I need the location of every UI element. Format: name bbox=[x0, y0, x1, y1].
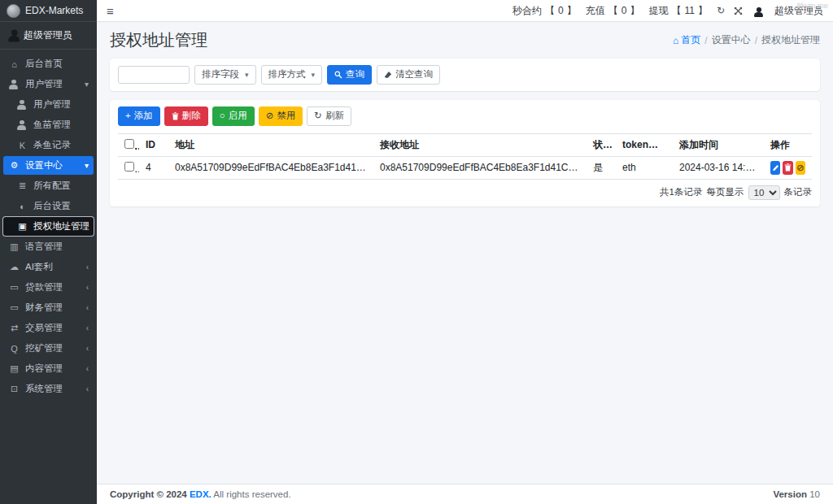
header-token-type: token类型 bbox=[616, 133, 673, 156]
stat-withdraw: 提现【11】 bbox=[648, 4, 707, 18]
search-card: 排序字段 ▾ 排序方式 ▾ 查询 清空查询 bbox=[110, 59, 820, 91]
total-records-text: 共1条记录 bbox=[660, 186, 702, 198]
add-button[interactable]: + 添加 bbox=[118, 106, 160, 126]
sidebar-item-authorized-address[interactable]: ▣ 授权地址管理 bbox=[3, 217, 94, 236]
query-button[interactable]: 查询 bbox=[327, 65, 372, 85]
header-id: ID bbox=[139, 133, 168, 156]
refresh-button[interactable]: ↻ 刷新 bbox=[307, 106, 351, 126]
pagination: 共1条记录 每页显示 10 条记录 bbox=[118, 185, 812, 200]
row-delete-button[interactable] bbox=[783, 161, 792, 175]
home-icon: ⌂ bbox=[673, 35, 678, 46]
list-icon: ≣ bbox=[16, 180, 28, 191]
sidebar-item-mining-management[interactable]: Q 挖矿管理 ‹ bbox=[3, 339, 94, 358]
sidebar-item-loan-management[interactable]: ▭ 贷款管理 ‹ bbox=[3, 278, 94, 297]
chevron-left-icon: ‹ bbox=[86, 344, 89, 353]
sidebar-user-panel[interactable]: 超级管理员 bbox=[0, 22, 97, 50]
breadcrumb-separator: / bbox=[755, 35, 757, 46]
user-avatar[interactable] bbox=[752, 4, 765, 17]
sort-order-dropdown[interactable]: 排序方式 ▾ bbox=[261, 65, 323, 85]
per-page-select[interactable]: 10 bbox=[748, 185, 780, 200]
breadcrumb-home-link[interactable]: ⌂ 首页 bbox=[673, 33, 700, 47]
brand[interactable]: EDX-Markets bbox=[0, 0, 97, 22]
chevron-left-icon: ‹ bbox=[86, 283, 89, 292]
bracket: 】 bbox=[567, 4, 577, 18]
sidebar-item-ai-arbitrage[interactable]: ☁ AI套利 ‹ bbox=[3, 258, 94, 276]
hamburger-icon[interactable]: ≡ bbox=[107, 5, 114, 17]
ban-icon: ⊘ bbox=[796, 163, 804, 173]
sidebar-item-finance-management[interactable]: ▭ 财务管理 ‹ bbox=[3, 298, 94, 317]
chevron-left-icon: ‹ bbox=[86, 364, 89, 373]
sidebar-item-user-management-sub[interactable]: 用户管理 bbox=[3, 95, 94, 114]
user-avatar-icon bbox=[7, 29, 20, 41]
stat-label: 提现 bbox=[648, 4, 668, 18]
cell-token-type: eth bbox=[616, 156, 673, 179]
money-icon: ▭ bbox=[8, 302, 20, 313]
clear-query-label: 清空查询 bbox=[395, 69, 433, 80]
mining-icon: Q bbox=[8, 344, 20, 354]
stat-label: 秒合约 bbox=[512, 4, 542, 18]
stat-value: 11 bbox=[684, 5, 694, 16]
footer-brand-link[interactable]: EDX. bbox=[190, 489, 212, 499]
row-checkbox[interactable] bbox=[124, 162, 134, 172]
sidebar-item-dashboard[interactable]: ⌂ 后台首页 bbox=[3, 54, 94, 73]
add-label: 添加 bbox=[134, 111, 153, 122]
bracket: 】 bbox=[698, 4, 708, 18]
sidebar-item-trade-management[interactable]: ⇄ 交易管理 ‹ bbox=[3, 319, 94, 337]
chevron-down-icon: ▾ bbox=[245, 71, 249, 80]
sidebar-item-content-management[interactable]: ▤ 内容管理 ‹ bbox=[3, 359, 94, 378]
refresh-icon: ↻ bbox=[314, 111, 322, 122]
query-label: 查询 bbox=[346, 69, 364, 80]
sidebar-item-label: 后台首页 bbox=[25, 58, 63, 70]
sidebar-item-label: 设置中心 bbox=[25, 159, 63, 172]
sidebar-item-language-management[interactable]: ▥ 语言管理 bbox=[3, 237, 94, 256]
sidebar-item-label: 内容管理 bbox=[25, 363, 63, 375]
bracket: 【 bbox=[671, 4, 681, 18]
data-table: ID 地址 接收地址 状态 token类型 添加时间 操作 4 0x8A5170… bbox=[118, 133, 812, 180]
stat-recharge: 充值【0】 bbox=[586, 4, 640, 18]
enable-button[interactable]: ○ 启用 bbox=[212, 106, 255, 126]
sidebar-item-label: 语言管理 bbox=[25, 241, 63, 253]
desktop-icon: ⊡ bbox=[8, 384, 20, 394]
main-area: 8kvm.me ≡ 秒合约【0】 充值【0】 提现【11】 ↻ 超级管理员 授权… bbox=[97, 0, 833, 504]
chevron-down-icon: ▾ bbox=[85, 80, 89, 89]
sidebar-item-user-management[interactable]: 用户管理 ▾ bbox=[3, 75, 94, 93]
header-added-time: 添加时间 bbox=[673, 133, 764, 156]
delete-button[interactable]: 删除 bbox=[164, 106, 208, 126]
page-title: 授权地址管理 bbox=[110, 29, 207, 51]
table-card: + 添加 删除 ○ 启用 ⊘ 禁用 ↻ 刷新 bbox=[110, 100, 820, 206]
sidebar-item-fry-management[interactable]: 鱼苗管理 bbox=[3, 115, 94, 134]
cell-status: 是 bbox=[587, 156, 616, 179]
row-edit-button[interactable] bbox=[770, 161, 780, 175]
kill-record-icon: K bbox=[16, 141, 28, 150]
sidebar-item-label: 系统管理 bbox=[25, 383, 63, 395]
navbar-username[interactable]: 超级管理员 bbox=[774, 4, 823, 18]
sidebar-item-label: 贷款管理 bbox=[25, 281, 63, 293]
sort-field-dropdown[interactable]: 排序字段 ▾ bbox=[194, 65, 256, 85]
clear-query-button[interactable]: 清空查询 bbox=[377, 65, 440, 85]
refresh-icon[interactable]: ↻ bbox=[717, 5, 725, 16]
sidebar-item-all-config[interactable]: ≣ 所有配置 bbox=[3, 176, 94, 195]
sort-field-label: 排序字段 bbox=[202, 69, 239, 80]
sidebar-item-settings-center[interactable]: ⚙ 设置中心 ▾ bbox=[3, 156, 94, 175]
sidebar-item-system-management[interactable]: ⊡ 系统管理 ‹ bbox=[3, 380, 94, 398]
sidebar: EDX-Markets 超级管理员 ⌂ 后台首页 用户管理 ▾ 用户管理 鱼苗管… bbox=[0, 0, 97, 504]
money-icon: ▭ bbox=[8, 282, 20, 293]
sidebar-item-kill-records[interactable]: K 杀鱼记录 bbox=[3, 136, 94, 154]
breadcrumb-item-current: 授权地址管理 bbox=[761, 33, 820, 47]
sidebar-item-label: 授权地址管理 bbox=[33, 220, 89, 232]
breadcrumb-separator: / bbox=[704, 35, 707, 46]
header-address: 地址 bbox=[168, 133, 373, 156]
disable-button[interactable]: ⊘ 禁用 bbox=[259, 106, 303, 126]
home-icon: ⌂ bbox=[8, 59, 20, 69]
row-disable-button[interactable]: ⊘ bbox=[796, 161, 805, 175]
sidebar-item-backend-settings[interactable]: ◐ 后台设置 bbox=[3, 197, 94, 215]
sidebar-item-label: 用户管理 bbox=[25, 78, 63, 90]
sidebar-item-label: 杀鱼记录 bbox=[33, 139, 71, 151]
trash-icon bbox=[172, 112, 179, 120]
fullscreen-icon[interactable] bbox=[734, 7, 743, 15]
select-all-checkbox[interactable] bbox=[124, 139, 134, 149]
per-page-suffix: 条记录 bbox=[784, 186, 813, 198]
cloud-icon: ☁ bbox=[8, 262, 20, 272]
search-input[interactable] bbox=[118, 66, 190, 84]
footer: Copyright © 2024 EDX. All rights reserve… bbox=[97, 484, 833, 504]
